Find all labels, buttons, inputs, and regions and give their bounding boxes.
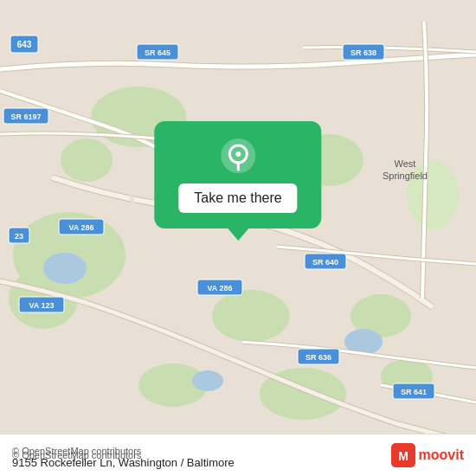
svg-text:SR 645: SR 645 <box>145 48 170 57</box>
card-pointer <box>228 228 248 241</box>
svg-point-3 <box>212 290 290 342</box>
svg-text:23: 23 <box>15 232 23 241</box>
svg-text:West: West <box>395 158 416 169</box>
address-label: 9155 Rockefeller Ln, Washington / Baltim… <box>12 456 407 469</box>
svg-text:VA 286: VA 286 <box>68 223 93 232</box>
svg-text:SR 636: SR 636 <box>306 353 331 362</box>
location-pin-icon <box>219 137 257 175</box>
svg-text:SR 641: SR 641 <box>401 388 427 396</box>
svg-text:VA 123: VA 123 <box>29 301 54 310</box>
bottom-bar: © OpenStreetMap contributors © OpenStree… <box>0 434 476 476</box>
moovit-text-label: moovit <box>419 447 464 463</box>
svg-text:SR 638: SR 638 <box>351 48 376 57</box>
svg-text:SR 6197: SR 6197 <box>10 113 41 121</box>
navigation-card: Take me there <box>154 121 321 228</box>
svg-text:Springfield: Springfield <box>383 170 428 181</box>
svg-point-12 <box>43 253 87 284</box>
svg-text:SR 640: SR 640 <box>312 258 338 267</box>
svg-point-14 <box>192 370 223 391</box>
svg-text:VA 286: VA 286 <box>207 284 232 293</box>
address-section: © OpenStreetMap contributors 9155 Rockef… <box>12 446 407 469</box>
map-container: 643 SR 645 SR 638 SR 6197 VA 286 VA 286 … <box>0 0 476 476</box>
take-me-there-button[interactable]: Take me there <box>178 183 297 213</box>
copyright-notice: © OpenStreetMap contributors <box>12 446 407 456</box>
svg-text:643: 643 <box>17 40 32 49</box>
svg-point-42 <box>235 151 241 157</box>
svg-point-8 <box>61 138 113 182</box>
